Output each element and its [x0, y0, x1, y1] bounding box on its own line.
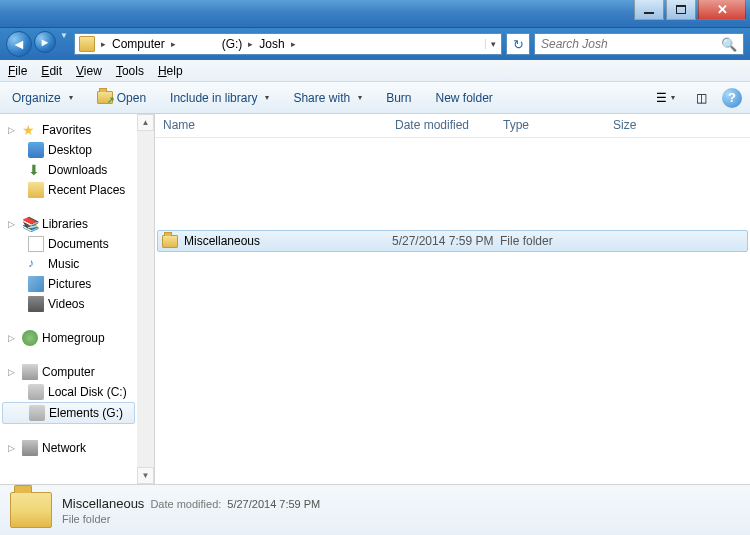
menu-file[interactable]: File	[8, 64, 27, 78]
file-list[interactable]: Miscellaneous 5/27/2014 7:59 PM File fol…	[155, 138, 750, 484]
refresh-button[interactable]: ↻	[506, 33, 530, 55]
menu-help[interactable]: Help	[158, 64, 183, 78]
details-date-label: Date modified:	[150, 498, 221, 510]
history-dropdown[interactable]: ▼	[58, 31, 70, 57]
details-pane: Miscellaneous Date modified: 5/27/2014 7…	[0, 484, 750, 535]
sidebar-computer[interactable]: ▷Computer	[0, 360, 137, 382]
address-bar[interactable]: ▸ Computer ▸ (G:) ▸ Josh ▸ ▾	[74, 33, 502, 55]
toolbar: Organize Open Include in library Share w…	[0, 82, 750, 114]
details-type: File folder	[62, 513, 320, 525]
sidebar-network[interactable]: ▷Network	[0, 436, 137, 458]
scroll-down-button[interactable]: ▼	[137, 467, 154, 484]
sidebar-item-downloads[interactable]: ⬇Downloads	[0, 160, 137, 180]
view-options-button[interactable]: ☰	[650, 88, 680, 108]
sidebar-scrollbar[interactable]: ▲ ▼	[137, 114, 154, 484]
maximize-button[interactable]	[666, 0, 696, 20]
column-type[interactable]: Type	[495, 114, 605, 137]
sidebar-item-elements[interactable]: Elements (G:)	[2, 402, 135, 424]
file-type: File folder	[500, 234, 610, 248]
share-with-button[interactable]: Share with	[289, 88, 366, 108]
sidebar-item-desktop[interactable]: Desktop	[0, 140, 137, 160]
column-size[interactable]: Size	[605, 114, 750, 137]
preview-pane-button[interactable]: ◫	[686, 88, 716, 108]
sidebar-item-videos[interactable]: Videos	[0, 294, 137, 314]
navigation-pane: ▷★Favorites Desktop ⬇Downloads Recent Pl…	[0, 114, 155, 484]
sidebar-favorites[interactable]: ▷★Favorites	[0, 118, 137, 140]
forward-button[interactable]: ►	[34, 31, 56, 53]
column-name[interactable]: Name	[155, 114, 387, 137]
search-icon: 🔍	[721, 37, 737, 52]
breadcrumb-drive[interactable]: (G:)	[218, 34, 247, 54]
sidebar-item-pictures[interactable]: Pictures	[0, 274, 137, 294]
breadcrumb-computer[interactable]: Computer	[108, 34, 169, 54]
menu-view[interactable]: View	[76, 64, 102, 78]
details-name: Miscellaneous	[62, 496, 144, 511]
menu-edit[interactable]: Edit	[41, 64, 62, 78]
column-headers: Name Date modified Type Size	[155, 114, 750, 138]
include-library-button[interactable]: Include in library	[166, 88, 273, 108]
search-input[interactable]	[541, 37, 721, 51]
folder-large-icon	[10, 492, 52, 528]
column-date[interactable]: Date modified	[387, 114, 495, 137]
folder-icon	[162, 235, 178, 248]
help-button[interactable]: ?	[722, 88, 742, 108]
sidebar-item-music[interactable]: ♪Music	[0, 254, 137, 274]
file-list-area: Name Date modified Type Size Miscellaneo…	[155, 114, 750, 484]
window-controls: ✕	[634, 0, 746, 20]
sidebar-item-local-disk[interactable]: Local Disk (C:)	[0, 382, 137, 402]
sidebar-libraries[interactable]: ▷📚Libraries	[0, 212, 137, 234]
open-icon	[97, 91, 113, 104]
sidebar-item-recent[interactable]: Recent Places	[0, 180, 137, 200]
file-row[interactable]: Miscellaneous 5/27/2014 7:59 PM File fol…	[157, 230, 748, 252]
open-button[interactable]: Open	[93, 88, 150, 108]
organize-button[interactable]: Organize	[8, 88, 77, 108]
folder-icon	[79, 36, 95, 52]
file-name: Miscellaneous	[184, 234, 392, 248]
main-area: ▷★Favorites Desktop ⬇Downloads Recent Pl…	[0, 114, 750, 484]
navigation-row: ◄ ► ▼ ▸ Computer ▸ (G:) ▸ Josh ▸ ▾ ↻ 🔍	[0, 28, 750, 60]
details-date-value: 5/27/2014 7:59 PM	[227, 498, 320, 510]
minimize-button[interactable]	[634, 0, 664, 20]
window-titlebar[interactable]: ✕	[0, 0, 750, 28]
back-button[interactable]: ◄	[6, 31, 32, 57]
search-box[interactable]: 🔍	[534, 33, 744, 55]
scroll-up-button[interactable]: ▲	[137, 114, 154, 131]
new-folder-button[interactable]: New folder	[432, 88, 497, 108]
breadcrumb-folder[interactable]: Josh	[255, 34, 288, 54]
file-date: 5/27/2014 7:59 PM	[392, 234, 500, 248]
sidebar-homegroup[interactable]: ▷Homegroup	[0, 326, 137, 348]
address-dropdown[interactable]: ▾	[485, 39, 501, 49]
close-button[interactable]: ✕	[698, 0, 746, 20]
menu-tools[interactable]: Tools	[116, 64, 144, 78]
menu-bar: File Edit View Tools Help	[0, 60, 750, 82]
sidebar-item-documents[interactable]: Documents	[0, 234, 137, 254]
burn-button[interactable]: Burn	[382, 88, 415, 108]
